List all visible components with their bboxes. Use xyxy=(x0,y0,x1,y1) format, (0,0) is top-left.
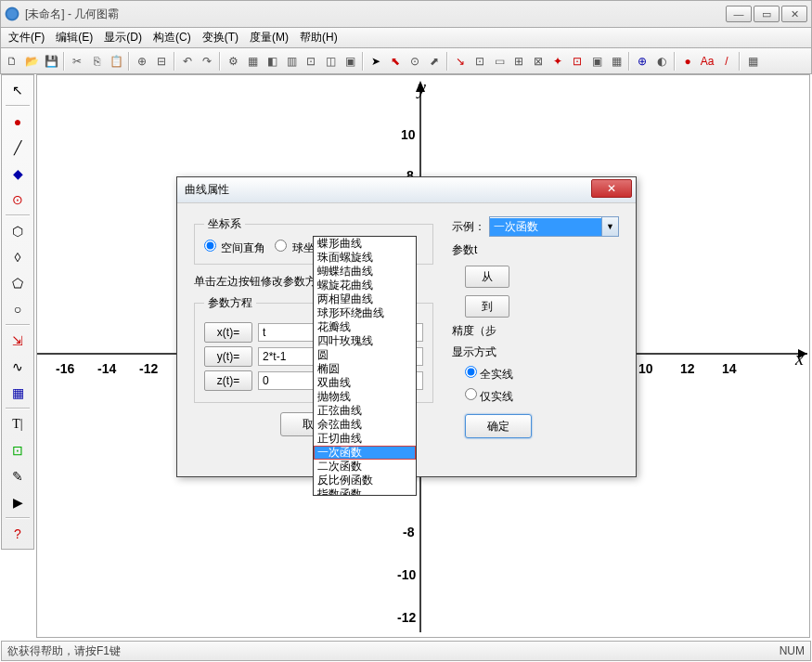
pen-tool-icon[interactable]: ✎ xyxy=(3,463,32,489)
tool-icon[interactable]: / xyxy=(717,52,736,71)
tool-icon[interactable]: ⊞ xyxy=(509,52,528,71)
gear-icon[interactable]: ⚙ xyxy=(224,52,242,71)
copy-icon[interactable]: ⎘ xyxy=(87,52,106,71)
new-icon[interactable]: 🗋 xyxy=(3,52,21,71)
undo-icon[interactable]: ↶ xyxy=(178,52,197,71)
text-icon[interactable]: Aa xyxy=(698,52,716,71)
dropdown-option[interactable]: 球形环绕曲线 xyxy=(314,306,416,320)
maximize-button[interactable]: ▭ xyxy=(754,6,780,22)
tool-icon[interactable]: ● xyxy=(678,52,697,71)
dropdown-option[interactable]: 双曲线 xyxy=(314,376,416,390)
dropdown-option[interactable]: 蝴蝶结曲线 xyxy=(314,265,416,279)
dropdown-option[interactable]: 蝶形曲线 xyxy=(314,237,416,251)
line-tool-icon[interactable]: ╱ xyxy=(3,135,32,161)
tool-icon[interactable]: ⊡ xyxy=(302,52,320,71)
tool-icon[interactable]: ▦ xyxy=(743,52,762,71)
polygon-tool-icon[interactable]: ◆ xyxy=(3,161,32,187)
display-radio-only[interactable]: 仅实线 xyxy=(465,388,513,405)
window-title: [未命名] - 几何图霸 xyxy=(25,6,726,22)
zt-button[interactable]: z(t)= xyxy=(204,370,252,391)
tool-icon[interactable]: ⊙ xyxy=(406,52,424,71)
tool-icon[interactable]: ↘ xyxy=(451,52,470,71)
menu-construct[interactable]: 构造(C) xyxy=(148,28,197,47)
dropdown-option[interactable]: 正切曲线 xyxy=(314,432,416,446)
minimize-button[interactable]: — xyxy=(726,6,752,22)
tool-icon[interactable]: ⊕ xyxy=(633,52,651,71)
dropdown-option[interactable]: 四叶玫瑰线 xyxy=(314,334,416,348)
image-tool-icon[interactable]: ⊡ xyxy=(3,437,32,463)
menu-transform[interactable]: 变换(T) xyxy=(197,28,244,47)
menu-measure[interactable]: 度量(M) xyxy=(244,28,294,47)
example-combobox[interactable]: 一次函数 ▼ xyxy=(489,216,619,237)
open-icon[interactable]: 📂 xyxy=(22,52,41,71)
prism-tool-icon[interactable]: ⬠ xyxy=(3,270,32,296)
y-axis-label: y xyxy=(418,77,426,98)
tool-icon[interactable]: ▦ xyxy=(243,52,262,71)
dropdown-option[interactable]: 反比例函数 xyxy=(314,474,416,487)
dropdown-option[interactable]: 花瓣线 xyxy=(314,320,416,334)
xt-button[interactable]: x(t)= xyxy=(204,322,252,343)
point-tool-icon[interactable]: ● xyxy=(3,109,32,135)
arrow-icon[interactable]: ➤ xyxy=(367,52,385,71)
pointer-tool-icon[interactable]: ↖ xyxy=(3,77,32,103)
tool-icon[interactable]: ▣ xyxy=(587,52,606,71)
tool-icon[interactable]: ⊠ xyxy=(529,52,548,71)
dropdown-option[interactable]: 正弦曲线 xyxy=(314,404,416,418)
menu-edit[interactable]: 编辑(E) xyxy=(50,28,98,47)
tool-icon[interactable]: ◧ xyxy=(263,52,281,71)
menu-file[interactable]: 文件(F) xyxy=(3,28,50,47)
display-radio-full[interactable]: 全实线 xyxy=(465,366,513,383)
dropdown-option[interactable]: 二次函数 xyxy=(314,460,416,474)
curve-tool-icon[interactable]: ∿ xyxy=(3,354,32,380)
tool-icon[interactable]: ⊡ xyxy=(568,52,586,71)
cube-tool-icon[interactable]: ⬡ xyxy=(3,218,32,244)
tool-icon[interactable]: ⬈ xyxy=(425,52,444,71)
menu-display[interactable]: 显示(D) xyxy=(98,28,148,47)
dropdown-option[interactable]: 珠面螺旋线 xyxy=(314,251,416,265)
redo-icon[interactable]: ↷ xyxy=(198,52,216,71)
x-tick: 10 xyxy=(638,361,653,376)
calc-tool-icon[interactable]: ▦ xyxy=(3,380,32,406)
play-tool-icon[interactable]: ▶ xyxy=(3,489,32,515)
tool-icon[interactable]: ▭ xyxy=(490,52,509,71)
paste-icon[interactable]: 📋 xyxy=(107,52,125,71)
from-button[interactable]: 从 xyxy=(465,266,509,288)
tool-icon[interactable]: ⊡ xyxy=(470,52,489,71)
save-icon[interactable]: 💾 xyxy=(42,52,60,71)
sphere-tool-icon[interactable]: ○ xyxy=(3,296,32,322)
tool-icon[interactable]: ▥ xyxy=(282,52,301,71)
tool-icon[interactable]: ◫ xyxy=(321,52,340,71)
dialog-close-button[interactable]: ✕ xyxy=(591,179,632,198)
text-tool-icon[interactable]: T| xyxy=(3,411,32,437)
toolbar: 🗋 📂 💾 ✂ ⎘ 📋 ⊕ ⊟ ↶ ↷ ⚙ ▦ ◧ ▥ ⊡ ◫ ▣ ➤ ⬉ ⊙ … xyxy=(0,48,812,74)
example-dropdown-list[interactable]: 蝶形曲线 珠面螺旋线 蝴蝶结曲线 螺旋花曲线 两相望曲线 球形环绕曲线 花瓣线 … xyxy=(313,236,417,496)
axes-tool-icon[interactable]: ⇲ xyxy=(3,328,32,354)
tool-icon[interactable]: ▣ xyxy=(341,52,359,71)
dropdown-option[interactable]: 抛物线 xyxy=(314,390,416,404)
to-button[interactable]: 到 xyxy=(465,295,509,318)
dropdown-option[interactable]: 两相望曲线 xyxy=(314,292,416,306)
titlebar: [未命名] - 几何图霸 — ▭ ✕ xyxy=(0,0,812,28)
dropdown-option[interactable]: 余弦曲线 xyxy=(314,418,416,432)
coord-radio-cartesian[interactable]: 空间直角 xyxy=(204,240,265,256)
ok-button[interactable]: 确定 xyxy=(465,414,532,438)
dropdown-option[interactable]: 椭圆 xyxy=(314,362,416,376)
menu-help[interactable]: 帮助(H) xyxy=(294,28,343,47)
yt-button[interactable]: y(t)= xyxy=(204,346,252,367)
circle-tool-icon[interactable]: ⊙ xyxy=(3,187,32,213)
tool-icon[interactable]: ✦ xyxy=(548,52,567,71)
solid-tool-icon[interactable]: ◊ xyxy=(3,244,32,270)
tool-icon[interactable]: ⊕ xyxy=(133,52,151,71)
dropdown-option[interactable]: 圆 xyxy=(314,348,416,362)
close-button[interactable]: ✕ xyxy=(781,6,807,22)
chevron-down-icon[interactable]: ▼ xyxy=(601,217,618,236)
dropdown-option-highlighted[interactable]: 一次函数 xyxy=(314,446,416,460)
help-tool-icon[interactable]: ? xyxy=(3,521,32,547)
tool-icon[interactable]: ⊟ xyxy=(152,52,171,71)
tool-icon[interactable]: ◐ xyxy=(652,52,671,71)
dropdown-option[interactable]: 螺旋花曲线 xyxy=(314,279,416,292)
cut-icon[interactable]: ✂ xyxy=(68,52,86,71)
dropdown-option[interactable]: 指数函数 xyxy=(314,487,416,496)
tool-icon[interactable]: ▦ xyxy=(607,52,625,71)
tool-icon[interactable]: ⬉ xyxy=(386,52,405,71)
